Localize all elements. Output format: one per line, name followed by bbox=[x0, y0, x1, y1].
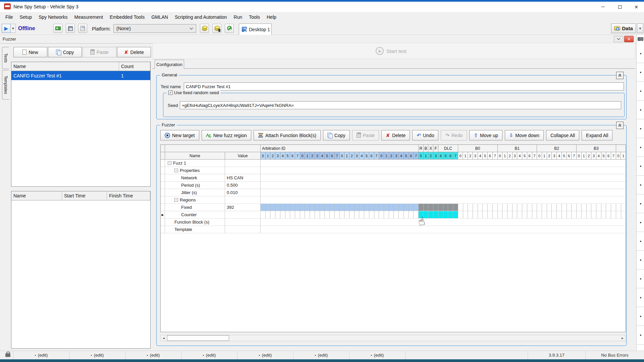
grid-row-counter[interactable]: ▶Counter bbox=[161, 211, 626, 219]
bit-cell[interactable] bbox=[532, 204, 537, 211]
row-value[interactable] bbox=[225, 219, 261, 226]
bit-cell[interactable] bbox=[507, 204, 513, 211]
bit-cell[interactable] bbox=[320, 204, 325, 211]
bit-cell[interactable] bbox=[428, 211, 433, 218]
bit-cell[interactable] bbox=[567, 211, 572, 218]
column-header-name[interactable]: Name bbox=[11, 191, 62, 200]
bit-cell[interactable] bbox=[621, 204, 626, 211]
desktop-tab[interactable]: Desktop 1 bbox=[239, 23, 272, 35]
bit-cell[interactable] bbox=[310, 211, 315, 218]
dock-strip-item[interactable] bbox=[637, 194, 644, 213]
bit-cell[interactable] bbox=[364, 204, 369, 211]
save-button[interactable] bbox=[66, 24, 75, 33]
bit-cell[interactable] bbox=[616, 204, 621, 211]
bit-cell[interactable] bbox=[335, 204, 340, 211]
bit-cell[interactable] bbox=[364, 211, 369, 218]
bit-cell[interactable] bbox=[498, 211, 503, 218]
dock-strip-item[interactable] bbox=[637, 138, 644, 157]
bit-cell[interactable] bbox=[591, 211, 596, 218]
tab-configuration[interactable]: Configuration bbox=[155, 60, 184, 69]
dock-strip-item[interactable] bbox=[637, 176, 644, 194]
grid-row-period-s-[interactable]: Period (s)0.500 bbox=[161, 182, 626, 189]
bit-cell[interactable] bbox=[513, 204, 518, 211]
bit-cell[interactable] bbox=[270, 204, 275, 211]
bit-cell[interactable] bbox=[458, 211, 463, 218]
bit-cell[interactable] bbox=[587, 204, 592, 211]
maximize-button[interactable] bbox=[612, 2, 628, 12]
menu-measurement[interactable]: Measurement bbox=[71, 13, 107, 21]
bit-cell[interactable] bbox=[409, 204, 414, 211]
bit-cell[interactable] bbox=[428, 204, 433, 211]
messages-view-button[interactable] bbox=[78, 24, 87, 33]
bit-cell[interactable] bbox=[340, 204, 345, 211]
row-value[interactable]: 392 bbox=[225, 204, 261, 211]
close-button[interactable]: ✕ bbox=[629, 2, 644, 12]
bit-cell[interactable] bbox=[606, 211, 611, 218]
dock-strip-item[interactable] bbox=[637, 232, 644, 251]
bit-cell[interactable] bbox=[399, 211, 404, 218]
bit-cell[interactable] bbox=[542, 211, 547, 218]
dock-strip-item[interactable] bbox=[637, 269, 644, 288]
grid-row-function-block-s-[interactable]: Function Block (s) bbox=[161, 219, 626, 226]
bit-cell[interactable] bbox=[394, 204, 399, 211]
status-edit-segment[interactable]: ▪(edit) bbox=[13, 351, 69, 359]
bit-cell[interactable] bbox=[325, 204, 330, 211]
menu-spy-networks[interactable]: Spy Networks bbox=[35, 13, 71, 21]
menu-setup[interactable]: Setup bbox=[16, 13, 36, 21]
bit-cell[interactable] bbox=[611, 211, 616, 218]
bit-cell[interactable] bbox=[557, 204, 562, 211]
data-button[interactable]: Data bbox=[611, 23, 636, 33]
bit-cell[interactable] bbox=[384, 211, 389, 218]
bit-cell[interactable] bbox=[350, 204, 355, 211]
bit-cell[interactable] bbox=[448, 204, 453, 211]
bit-cell[interactable] bbox=[616, 211, 621, 218]
bit-cell[interactable] bbox=[577, 204, 582, 211]
bit-cell[interactable] bbox=[483, 204, 488, 211]
collapse-all-button[interactable]: Collapse All bbox=[546, 130, 579, 140]
column-header-finish-time[interactable]: Finish Time bbox=[107, 191, 150, 200]
bit-cell[interactable] bbox=[513, 211, 518, 218]
copy-button[interactable]: Copy bbox=[323, 130, 350, 140]
bit-cell[interactable] bbox=[315, 211, 320, 218]
move-down-button[interactable]: ⇩Move down bbox=[505, 130, 544, 140]
dock-strip-item[interactable] bbox=[637, 326, 644, 345]
bit-cell[interactable] bbox=[582, 211, 587, 218]
row-bit-area[interactable] bbox=[261, 196, 626, 204]
row-bit-area[interactable] bbox=[261, 211, 626, 219]
bit-cell[interactable] bbox=[596, 204, 601, 211]
bit-cell[interactable] bbox=[261, 204, 266, 211]
copy-button[interactable]: Copy bbox=[48, 47, 82, 57]
bit-cell[interactable] bbox=[552, 204, 557, 211]
bit-cell[interactable] bbox=[621, 211, 626, 218]
bit-cell[interactable] bbox=[285, 211, 290, 218]
grid-horizontal-scrollbar[interactable]: ◄ ► bbox=[160, 335, 626, 341]
row-value[interactable] bbox=[225, 226, 261, 233]
bit-cell[interactable] bbox=[532, 211, 537, 218]
bit-cell[interactable] bbox=[384, 204, 389, 211]
row-bit-area[interactable] bbox=[261, 226, 626, 233]
collapse-expander-icon[interactable]: − bbox=[174, 169, 178, 172]
status-edit-segment[interactable]: ▪(edit) bbox=[181, 351, 237, 359]
bit-cell[interactable] bbox=[507, 211, 513, 218]
undo-button[interactable]: ↶Undo bbox=[412, 130, 438, 140]
bit-cell[interactable] bbox=[325, 211, 330, 218]
collapse-general-button[interactable] bbox=[616, 72, 624, 79]
menu-file[interactable]: File bbox=[2, 13, 16, 21]
bit-cell[interactable] bbox=[601, 204, 606, 211]
hardware-button[interactable] bbox=[53, 24, 62, 33]
bit-cell[interactable] bbox=[424, 211, 429, 218]
bit-cell[interactable] bbox=[285, 204, 290, 211]
dock-strip-item[interactable] bbox=[637, 44, 644, 63]
grid-row-regions[interactable]: −Regions bbox=[161, 196, 626, 204]
bit-cell[interactable] bbox=[438, 204, 443, 211]
bit-cell[interactable] bbox=[424, 204, 429, 211]
bit-cell[interactable] bbox=[290, 211, 295, 218]
status-edit-segment[interactable]: ▪(edit) bbox=[350, 351, 406, 359]
dock-strip-item[interactable] bbox=[637, 157, 644, 176]
status-edit-segment[interactable]: ▪(edit) bbox=[69, 351, 125, 359]
bit-cell[interactable] bbox=[355, 211, 360, 218]
menu-gmlan[interactable]: GMLAN bbox=[148, 13, 171, 21]
bit-cell[interactable] bbox=[557, 211, 562, 218]
bit-cell[interactable] bbox=[522, 211, 527, 218]
dock-strip-item[interactable] bbox=[637, 119, 644, 138]
